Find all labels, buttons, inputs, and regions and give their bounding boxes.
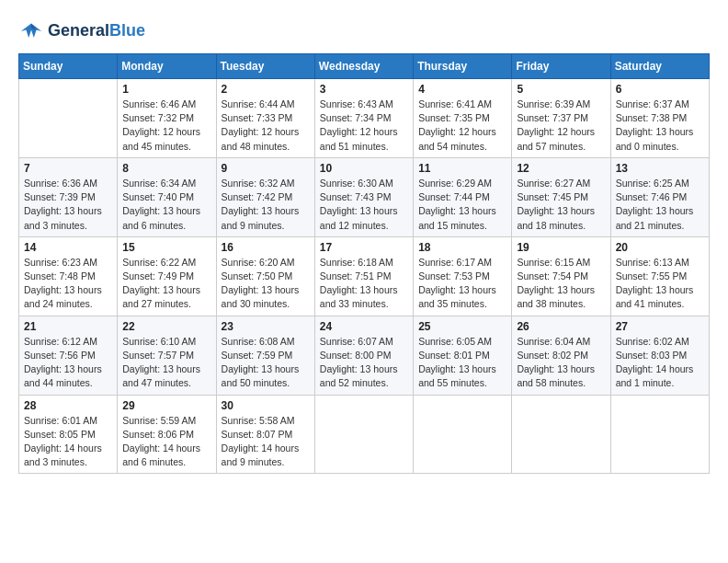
day-info: Sunrise: 6:46 AM Sunset: 7:32 PM Dayligh…	[122, 98, 210, 154]
day-number: 1	[122, 83, 210, 96]
calendar-cell	[314, 395, 413, 474]
day-info: Sunrise: 6:07 AM Sunset: 8:00 PM Dayligh…	[320, 335, 408, 391]
calendar-cell: 12Sunrise: 6:27 AM Sunset: 7:45 PM Dayli…	[512, 157, 610, 236]
calendar-cell	[19, 79, 118, 158]
calendar-cell: 6Sunrise: 6:37 AM Sunset: 7:38 PM Daylig…	[610, 79, 709, 158]
weekday-header-sunday: Sunday	[19, 54, 118, 79]
day-info: Sunrise: 6:29 AM Sunset: 7:44 PM Dayligh…	[418, 177, 506, 233]
calendar-cell: 17Sunrise: 6:18 AM Sunset: 7:51 PM Dayli…	[314, 236, 413, 316]
calendar-cell: 8Sunrise: 6:34 AM Sunset: 7:40 PM Daylig…	[118, 157, 216, 236]
day-number: 10	[320, 162, 408, 175]
day-info: Sunrise: 6:44 AM Sunset: 7:33 PM Dayligh…	[222, 98, 310, 154]
day-info: Sunrise: 6:43 AM Sunset: 7:34 PM Dayligh…	[320, 98, 408, 154]
day-info: Sunrise: 6:15 AM Sunset: 7:54 PM Dayligh…	[517, 256, 605, 312]
calendar-cell: 20Sunrise: 6:13 AM Sunset: 7:55 PM Dayli…	[610, 236, 709, 316]
day-number: 4	[418, 83, 506, 96]
day-number: 15	[122, 241, 210, 254]
day-number: 12	[517, 162, 605, 175]
day-info: Sunrise: 6:32 AM Sunset: 7:42 PM Dayligh…	[222, 177, 310, 233]
day-info: Sunrise: 6:20 AM Sunset: 7:50 PM Dayligh…	[222, 256, 310, 312]
day-number: 11	[418, 162, 506, 175]
day-number: 23	[222, 320, 310, 333]
calendar-cell: 24Sunrise: 6:07 AM Sunset: 8:00 PM Dayli…	[314, 316, 413, 395]
calendar-week-2: 7Sunrise: 6:36 AM Sunset: 7:39 PM Daylig…	[19, 157, 710, 236]
calendar-cell: 13Sunrise: 6:25 AM Sunset: 7:46 PM Dayli…	[610, 157, 709, 236]
calendar-cell: 25Sunrise: 6:05 AM Sunset: 8:01 PM Dayli…	[414, 316, 512, 395]
calendar-table: SundayMondayTuesdayWednesdayThursdayFrid…	[18, 53, 710, 474]
calendar-cell: 15Sunrise: 6:22 AM Sunset: 7:49 PM Dayli…	[118, 236, 216, 316]
calendar-week-1: 1Sunrise: 6:46 AM Sunset: 7:32 PM Daylig…	[19, 79, 710, 158]
day-info: Sunrise: 6:08 AM Sunset: 7:59 PM Dayligh…	[222, 335, 310, 391]
day-info: Sunrise: 6:18 AM Sunset: 7:51 PM Dayligh…	[320, 256, 408, 312]
calendar-cell: 10Sunrise: 6:30 AM Sunset: 7:43 PM Dayli…	[314, 157, 413, 236]
day-info: Sunrise: 6:17 AM Sunset: 7:53 PM Dayligh…	[418, 256, 506, 312]
calendar-cell: 23Sunrise: 6:08 AM Sunset: 7:59 PM Dayli…	[216, 316, 314, 395]
day-info: Sunrise: 6:41 AM Sunset: 7:35 PM Dayligh…	[418, 98, 506, 154]
page-header: GeneralBlue	[18, 18, 710, 44]
day-number: 16	[222, 241, 310, 254]
day-number: 20	[616, 241, 704, 254]
day-number: 5	[517, 83, 605, 96]
weekday-header-saturday: Saturday	[610, 54, 709, 79]
day-number: 29	[122, 399, 210, 412]
calendar-cell: 3Sunrise: 6:43 AM Sunset: 7:34 PM Daylig…	[314, 79, 413, 158]
day-number: 7	[24, 162, 112, 175]
day-info: Sunrise: 6:13 AM Sunset: 7:55 PM Dayligh…	[616, 256, 704, 312]
calendar-cell: 30Sunrise: 5:58 AM Sunset: 8:07 PM Dayli…	[216, 395, 314, 474]
calendar-cell: 26Sunrise: 6:04 AM Sunset: 8:02 PM Dayli…	[512, 316, 610, 395]
day-number: 6	[616, 83, 704, 96]
day-info: Sunrise: 6:05 AM Sunset: 8:01 PM Dayligh…	[418, 335, 506, 391]
day-info: Sunrise: 5:58 AM Sunset: 8:07 PM Dayligh…	[222, 414, 310, 470]
day-info: Sunrise: 6:39 AM Sunset: 7:37 PM Dayligh…	[517, 98, 605, 154]
weekday-header-thursday: Thursday	[414, 54, 512, 79]
day-number: 14	[24, 241, 112, 254]
day-number: 27	[616, 320, 704, 333]
day-info: Sunrise: 6:10 AM Sunset: 7:57 PM Dayligh…	[122, 335, 210, 391]
calendar-cell: 14Sunrise: 6:23 AM Sunset: 7:48 PM Dayli…	[19, 236, 118, 316]
calendar-cell: 28Sunrise: 6:01 AM Sunset: 8:05 PM Dayli…	[19, 395, 118, 474]
day-info: Sunrise: 6:25 AM Sunset: 7:46 PM Dayligh…	[616, 177, 704, 233]
logo-text: GeneralBlue	[48, 22, 145, 40]
calendar-cell: 29Sunrise: 5:59 AM Sunset: 8:06 PM Dayli…	[118, 395, 216, 474]
calendar-cell: 16Sunrise: 6:20 AM Sunset: 7:50 PM Dayli…	[216, 236, 314, 316]
day-number: 28	[24, 399, 112, 412]
calendar-cell: 5Sunrise: 6:39 AM Sunset: 7:37 PM Daylig…	[512, 79, 610, 158]
calendar-week-5: 28Sunrise: 6:01 AM Sunset: 8:05 PM Dayli…	[19, 395, 710, 474]
calendar-cell	[512, 395, 610, 474]
calendar-cell: 27Sunrise: 6:02 AM Sunset: 8:03 PM Dayli…	[610, 316, 709, 395]
day-number: 21	[24, 320, 112, 333]
calendar-cell: 2Sunrise: 6:44 AM Sunset: 7:33 PM Daylig…	[216, 79, 314, 158]
day-info: Sunrise: 6:27 AM Sunset: 7:45 PM Dayligh…	[517, 177, 605, 233]
logo: GeneralBlue	[18, 18, 145, 44]
calendar-cell: 1Sunrise: 6:46 AM Sunset: 7:32 PM Daylig…	[118, 79, 216, 158]
calendar-week-3: 14Sunrise: 6:23 AM Sunset: 7:48 PM Dayli…	[19, 236, 710, 316]
day-info: Sunrise: 6:37 AM Sunset: 7:38 PM Dayligh…	[616, 98, 704, 154]
day-info: Sunrise: 6:02 AM Sunset: 8:03 PM Dayligh…	[616, 335, 704, 391]
day-number: 30	[222, 399, 310, 412]
day-number: 19	[517, 241, 605, 254]
weekday-header-monday: Monday	[118, 54, 216, 79]
calendar-cell: 21Sunrise: 6:12 AM Sunset: 7:56 PM Dayli…	[19, 316, 118, 395]
calendar-header-row: SundayMondayTuesdayWednesdayThursdayFrid…	[19, 54, 710, 79]
day-info: Sunrise: 6:12 AM Sunset: 7:56 PM Dayligh…	[24, 335, 112, 391]
calendar-week-4: 21Sunrise: 6:12 AM Sunset: 7:56 PM Dayli…	[19, 316, 710, 395]
weekday-header-tuesday: Tuesday	[216, 54, 314, 79]
calendar-cell: 7Sunrise: 6:36 AM Sunset: 7:39 PM Daylig…	[19, 157, 118, 236]
day-number: 8	[122, 162, 210, 175]
day-number: 3	[320, 83, 408, 96]
day-number: 24	[320, 320, 408, 333]
day-info: Sunrise: 6:22 AM Sunset: 7:49 PM Dayligh…	[122, 256, 210, 312]
logo-icon	[18, 18, 44, 44]
calendar-cell: 9Sunrise: 6:32 AM Sunset: 7:42 PM Daylig…	[216, 157, 314, 236]
calendar-cell: 11Sunrise: 6:29 AM Sunset: 7:44 PM Dayli…	[414, 157, 512, 236]
calendar-cell: 19Sunrise: 6:15 AM Sunset: 7:54 PM Dayli…	[512, 236, 610, 316]
weekday-header-friday: Friday	[512, 54, 610, 79]
day-number: 22	[122, 320, 210, 333]
day-info: Sunrise: 6:23 AM Sunset: 7:48 PM Dayligh…	[24, 256, 112, 312]
day-number: 9	[222, 162, 310, 175]
calendar-cell: 18Sunrise: 6:17 AM Sunset: 7:53 PM Dayli…	[414, 236, 512, 316]
day-number: 13	[616, 162, 704, 175]
day-info: Sunrise: 6:04 AM Sunset: 8:02 PM Dayligh…	[517, 335, 605, 391]
day-info: Sunrise: 6:34 AM Sunset: 7:40 PM Dayligh…	[122, 177, 210, 233]
calendar-cell: 22Sunrise: 6:10 AM Sunset: 7:57 PM Dayli…	[118, 316, 216, 395]
